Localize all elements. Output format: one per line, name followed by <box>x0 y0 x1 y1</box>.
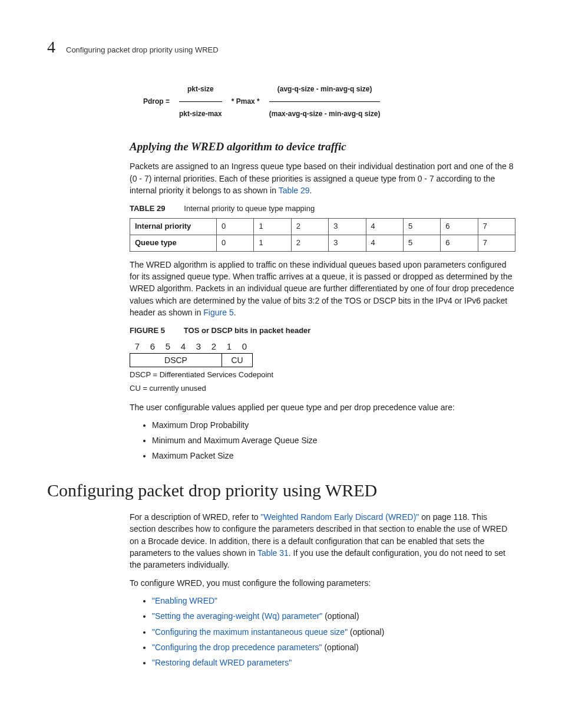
page-header: 4 Configuring packet drop priority using… <box>47 35 515 60</box>
list-item: "Configuring the maximum instantaneous q… <box>152 626 515 638</box>
text: The WRED algorithm is applied to traffic… <box>130 260 514 317</box>
fraction-bar <box>269 101 381 102</box>
drop-precedence-link[interactable]: "Configuring the drop precedence paramet… <box>152 643 322 652</box>
cell: 0 <box>217 235 254 251</box>
cell: 6 <box>441 219 478 235</box>
cell: 0 <box>217 219 254 235</box>
cell: 4 <box>366 219 403 235</box>
bullet-list: Maximum Drop Probability Minimum and Max… <box>141 419 515 462</box>
max-queue-size-link[interactable]: "Configuring the maximum instantaneous q… <box>152 627 348 637</box>
caption-text: TOS or DSCP bits in packet header <box>184 326 311 335</box>
cell: 7 <box>478 235 515 251</box>
figure-5-link[interactable]: Figure 5 <box>203 308 233 317</box>
text: . <box>310 186 312 195</box>
list-item: "Enabling WRED" <box>152 595 515 607</box>
paragraph: For a description of WRED, refer to "Wei… <box>130 511 515 571</box>
wred-xref-link[interactable]: "Weighted Random Early Discard (WRED)" <box>261 512 419 522</box>
table-31-link[interactable]: Table 31 <box>257 548 289 558</box>
formula-num-left: pkt-size <box>174 83 227 95</box>
cell: 2 <box>291 219 328 235</box>
cell: 5 <box>403 219 440 235</box>
enabling-wred-link[interactable]: "Enabling WRED" <box>152 596 217 605</box>
running-head: Configuring packet drop priority using W… <box>66 45 219 56</box>
list-item: "Configuring the drop precedence paramet… <box>152 641 515 653</box>
text: . <box>234 308 236 317</box>
bit-index-row: 7 6 5 4 3 2 1 0 <box>130 340 515 353</box>
optional-tag: (optional) <box>322 611 359 621</box>
list-item: Minimum and Maximum Average Queue Size <box>152 434 515 446</box>
bit-label: 0 <box>237 340 252 353</box>
row-header: Queue type <box>130 235 217 251</box>
cu-field: CU <box>222 353 253 367</box>
table-29: Internal priority 0 1 2 3 4 5 6 7 Queue … <box>130 218 515 252</box>
caption-label: TABLE 29 <box>130 204 165 213</box>
bit-label: 1 <box>222 340 237 353</box>
table-row: Internal priority 0 1 2 3 4 5 6 7 <box>130 219 515 235</box>
bit-boxes: DSCP CU <box>130 353 515 367</box>
row-header: Internal priority <box>130 219 217 235</box>
paragraph: To configure WRED, you must configure th… <box>130 577 515 589</box>
averaging-weight-link[interactable]: "Setting the averaging-weight (Wq) param… <box>152 611 322 621</box>
paragraph: Packets are assigned to an Ingress queue… <box>130 160 515 196</box>
paragraph: The user configurable values applied per… <box>130 401 515 413</box>
pdrop-formula: pkt-size (avg-q-size - min-avg-q size) P… <box>138 83 515 121</box>
formula-num-right: (avg-q-size - min-avg-q size) <box>265 83 385 95</box>
bit-label: 7 <box>130 340 145 353</box>
fraction-bar <box>179 101 222 102</box>
list-item: Maximum Packet Size <box>152 450 515 462</box>
caption-text: Internal priority to queue type mapping <box>184 204 315 213</box>
optional-tag: (optional) <box>348 627 384 637</box>
figure-5: 7 6 5 4 3 2 1 0 DSCP CU DSCP = Different… <box>130 340 515 394</box>
section-heading: Configuring packet drop priority using W… <box>47 477 515 503</box>
dscp-field: DSCP <box>130 353 222 367</box>
cell: 1 <box>254 235 291 251</box>
caption-label: FIGURE 5 <box>130 326 165 335</box>
formula-lhs: Pdrop = <box>138 95 174 108</box>
figure-legend: CU = currently unused <box>130 383 515 394</box>
subsection-heading: Applying the WRED algorithm to device tr… <box>130 139 515 155</box>
bullet-list: "Enabling WRED" "Setting the averaging-w… <box>141 595 515 668</box>
formula-den-right: (max-avg-q-size - min-avg-q size) <box>265 108 385 120</box>
figure-5-caption: FIGURE 5 TOS or DSCP bits in packet head… <box>130 324 515 337</box>
table-29-caption: TABLE 29 Internal priority to queue type… <box>130 202 515 215</box>
text: For a description of WRED, refer to <box>130 512 261 522</box>
cell: 4 <box>366 235 403 251</box>
table-29-link[interactable]: Table 29 <box>279 186 310 195</box>
list-item: Maximum Drop Probability <box>152 419 515 431</box>
bit-label: 3 <box>191 340 206 353</box>
list-item: "Setting the averaging-weight (Wq) param… <box>152 610 515 622</box>
restore-defaults-link[interactable]: "Restoring default WRED parameters" <box>152 658 292 667</box>
table-row: Queue type 0 1 2 3 4 5 6 7 <box>130 235 515 251</box>
cell: 6 <box>441 235 478 251</box>
chapter-number: 4 <box>47 35 55 60</box>
paragraph: The WRED algorithm is applied to traffic… <box>130 259 515 318</box>
cell: 2 <box>291 235 328 251</box>
bit-label: 4 <box>176 340 191 353</box>
cell: 7 <box>478 219 515 235</box>
formula-den-left: pkt-size-max <box>174 108 227 120</box>
list-item: "Restoring default WRED parameters" <box>152 657 515 668</box>
cell: 3 <box>329 219 366 235</box>
cell: 1 <box>254 219 291 235</box>
optional-tag: (optional) <box>322 643 359 652</box>
text: Packets are assigned to an Ingress queue… <box>130 162 513 195</box>
bit-label: 6 <box>145 340 160 353</box>
figure-legend: DSCP = Differentiated Services Codepoint <box>130 370 515 381</box>
cell: 3 <box>329 235 366 251</box>
cell: 5 <box>403 235 440 251</box>
bit-label: 2 <box>206 340 222 353</box>
formula-mid: * Pmax * <box>227 95 265 108</box>
bit-label: 5 <box>160 340 176 353</box>
